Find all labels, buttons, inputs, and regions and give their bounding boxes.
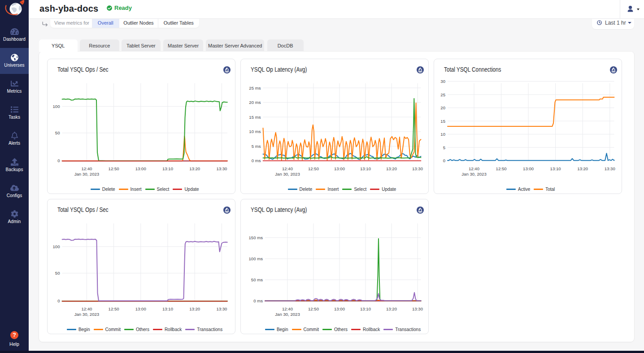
svg-text:13:00: 13:00: [135, 166, 146, 171]
svg-text:0 ms: 0 ms: [252, 158, 261, 163]
svg-text:13:10: 13:10: [360, 306, 371, 311]
svg-text:13:00: 13:00: [135, 306, 146, 311]
svg-text:Jan 30, 2023: Jan 30, 2023: [461, 172, 486, 176]
svg-text:13:30: 13:30: [412, 166, 423, 171]
svg-text:0: 0: [443, 158, 445, 163]
svg-text:0: 0: [57, 158, 60, 163]
svg-text:13:10: 13:10: [550, 166, 561, 171]
svg-text:Jan 30, 2023: Jan 30, 2023: [74, 312, 99, 317]
svg-text:13:00: 13:00: [523, 166, 534, 171]
svg-text:50: 50: [55, 130, 60, 135]
svg-text:30: 30: [440, 79, 445, 84]
svg-text:13:20: 13:20: [189, 306, 200, 311]
svg-text:10 ms: 10 ms: [249, 129, 261, 134]
svg-text:13:20: 13:20: [189, 166, 200, 171]
svg-text:13:30: 13:30: [412, 306, 423, 311]
svg-text:5: 5: [443, 145, 445, 150]
svg-text:20 ms: 20 ms: [249, 100, 261, 105]
svg-text:13:00: 13:00: [334, 306, 345, 311]
svg-text:Jan 30, 2023: Jan 30, 2023: [74, 172, 99, 176]
svg-text:13:30: 13:30: [216, 306, 227, 311]
svg-text:13:30: 13:30: [216, 166, 227, 171]
svg-text:12:40: 12:40: [282, 166, 293, 171]
svg-text:100: 100: [52, 244, 60, 249]
svg-text:5 ms: 5 ms: [252, 144, 261, 149]
svg-text:Jan 30, 2023: Jan 30, 2023: [275, 312, 300, 317]
svg-text:100: 100: [52, 104, 60, 109]
svg-text:12:40: 12:40: [81, 166, 92, 171]
svg-text:13:20: 13:20: [386, 166, 397, 171]
svg-text:12:50: 12:50: [308, 166, 319, 171]
svg-text:12:40: 12:40: [282, 306, 293, 311]
svg-text:13:30: 13:30: [605, 166, 615, 171]
svg-text:15: 15: [440, 119, 445, 124]
svg-text:12:40: 12:40: [469, 166, 479, 171]
svg-text:25 ms: 25 ms: [249, 86, 261, 90]
svg-text:100 ms: 100 ms: [249, 256, 263, 261]
svg-text:0: 0: [57, 298, 60, 303]
svg-text:13:10: 13:10: [162, 166, 173, 171]
svg-text:13:20: 13:20: [386, 306, 397, 311]
svg-text:13:10: 13:10: [360, 166, 371, 171]
svg-text:25: 25: [440, 92, 445, 97]
svg-text:13:20: 13:20: [577, 166, 588, 171]
svg-text:13:10: 13:10: [162, 306, 173, 311]
svg-text:12:50: 12:50: [109, 306, 119, 311]
svg-text:50 ms: 50 ms: [251, 277, 263, 282]
svg-text:150 ms: 150 ms: [249, 235, 263, 240]
svg-text:0 ms: 0 ms: [253, 298, 263, 303]
svg-text:12:50: 12:50: [308, 306, 319, 311]
svg-text:10: 10: [440, 132, 445, 137]
svg-text:20: 20: [440, 105, 445, 110]
svg-text:50: 50: [55, 271, 60, 276]
svg-text:13:00: 13:00: [334, 166, 345, 171]
svg-text:15 ms: 15 ms: [249, 115, 261, 120]
svg-text:12:50: 12:50: [496, 166, 507, 171]
svg-text:Jan 30, 2023: Jan 30, 2023: [275, 172, 300, 176]
svg-text:12:50: 12:50: [109, 166, 119, 171]
svg-text:12:40: 12:40: [81, 306, 92, 311]
